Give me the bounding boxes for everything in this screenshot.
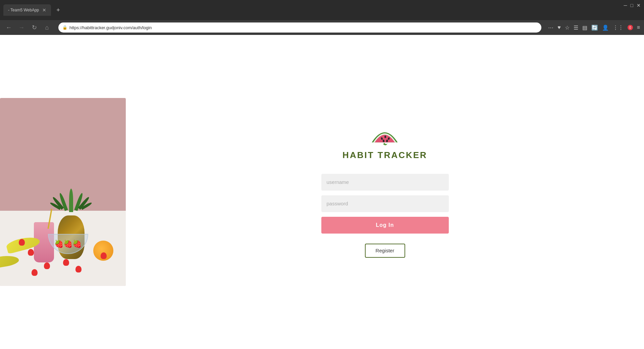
username-input[interactable] <box>321 174 449 191</box>
url-display: https://habittracker.gudjoniv.com/auth/l… <box>69 25 152 30</box>
bowl-illustration: 🍓🍓🍓 <box>48 234 88 254</box>
window-minimize-button[interactable]: ─ <box>624 3 627 8</box>
bookmark-icon[interactable]: ☆ <box>565 24 570 31</box>
reload-button[interactable]: ↻ <box>30 24 39 31</box>
app-title: HABIT TRACKER <box>342 150 427 160</box>
logo-area: HABIT TRACKER <box>342 127 427 160</box>
page-content: 🍓🍓🍓 <box>0 35 644 349</box>
pocket-icon[interactable]: ♥ <box>557 24 561 31</box>
window-close-button[interactable]: ✕ <box>637 3 641 8</box>
tab-title: - Team5 WebApp <box>8 8 39 12</box>
forward-button[interactable]: → <box>17 24 26 31</box>
tab-close-button[interactable]: ✕ <box>42 7 46 13</box>
browser-toolbar: ← → ↻ ⌂ 🔒 https://habittracker.gudjoniv.… <box>0 20 644 35</box>
password-input[interactable] <box>321 195 449 212</box>
svg-point-1 <box>385 136 386 138</box>
back-button[interactable]: ← <box>4 24 13 31</box>
toolbar-right-icons: ⋯ ♥ ☆ ☰ ▤ 🔄 👤 ⋮⋮ 0 ≡ <box>548 24 640 31</box>
reading-view-icon[interactable]: ▤ <box>582 24 587 31</box>
sync-icon[interactable]: 🔄 <box>591 24 598 31</box>
login-panel: HABIT TRACKER Log In Register <box>126 106 644 278</box>
register-button[interactable]: Register <box>365 244 405 258</box>
menu-button[interactable]: ≡ <box>637 24 640 31</box>
hero-image-panel: 🍓🍓🍓 <box>0 98 126 286</box>
watermelon-logo <box>370 127 400 147</box>
address-bar[interactable]: 🔒 https://habittracker.gudjoniv.com/auth… <box>58 22 541 33</box>
avatar-icon[interactable]: 👤 <box>602 24 609 31</box>
extensions-icon[interactable]: ⋯ <box>548 24 553 31</box>
fruit-scene: 🍓🍓🍓 <box>0 98 126 286</box>
grid-icon[interactable]: ⋮⋮ <box>613 24 624 31</box>
new-tab-button[interactable]: + <box>54 7 63 14</box>
notification-badge: 0 <box>628 25 633 30</box>
home-button[interactable]: ⌂ <box>42 24 52 31</box>
browser-title-bar: - Team5 WebApp ✕ + ─ □ ✕ <box>0 0 644 20</box>
login-button[interactable]: Log In <box>321 217 449 234</box>
window-maximize-button[interactable]: □ <box>631 3 633 8</box>
bookmarks-panel-icon[interactable]: ☰ <box>574 24 578 31</box>
login-form: Log In <box>321 174 449 234</box>
browser-tab[interactable]: - Team5 WebApp ✕ <box>3 4 51 16</box>
security-icon: 🔒 <box>62 25 67 30</box>
